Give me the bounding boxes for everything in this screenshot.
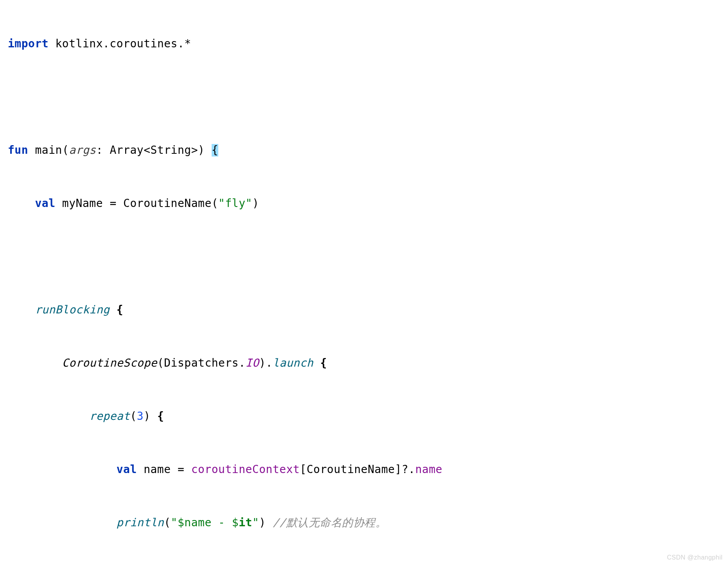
fn-repeat: repeat: [89, 410, 130, 423]
string-mid: -: [212, 516, 232, 529]
paren: (: [130, 410, 137, 423]
code-line[interactable]: CoroutineScope(Dispatchers.IO).launch {: [8, 350, 724, 376]
paren: ): [259, 516, 266, 529]
dispatcher-io: IO: [246, 356, 259, 369]
indent: [8, 356, 62, 369]
fn-println: println: [117, 516, 164, 529]
code-editor-content[interactable]: import kotlinx.coroutines.* fun main(arg…: [8, 4, 724, 565]
args: ).: [259, 356, 273, 369]
string-quote: ": [252, 516, 259, 529]
string-quote: ": [171, 516, 178, 529]
code-line[interactable]: println("$name - $it") //默认无命名的协程。: [8, 509, 724, 536]
comment: //默认无命名的协程。: [273, 516, 386, 529]
paren: ): [144, 410, 150, 423]
code-line[interactable]: repeat(3) {: [8, 403, 724, 430]
bracket: [: [300, 463, 306, 476]
string-it: it: [239, 516, 252, 529]
prop-name: name: [415, 463, 442, 476]
string-dollar: $: [232, 516, 239, 529]
code-line-blank[interactable]: [8, 243, 724, 270]
code-line[interactable]: val myName = CoroutineName("fly"): [8, 190, 724, 217]
space: [266, 516, 273, 529]
space: [205, 144, 211, 157]
keyword-fun: fun: [8, 144, 28, 157]
function-name: main: [28, 144, 62, 157]
paren: (: [62, 144, 69, 157]
indent: [8, 410, 89, 423]
indent: [8, 463, 117, 476]
prop-coroutinecontext: coroutineContext: [191, 463, 300, 476]
code-line[interactable]: val name = coroutineContext[CoroutineNam…: [8, 456, 724, 483]
string-template: $name: [178, 516, 212, 529]
paren: (: [164, 516, 171, 529]
code-line[interactable]: runBlocking {: [8, 297, 724, 323]
brace-open: {: [157, 410, 164, 423]
indent: [8, 303, 35, 316]
keyword-import: import: [8, 37, 49, 50]
fn-launch: launch: [273, 356, 313, 369]
watermark-text: CSDN @zhangphil: [667, 554, 723, 561]
paren: ): [198, 144, 205, 157]
number-literal: 3: [137, 410, 144, 423]
code-line[interactable]: }: [8, 563, 724, 565]
args: (Dispatchers.: [157, 356, 246, 369]
paren: ): [252, 197, 259, 210]
type-annotation: : Array<String>: [96, 144, 198, 157]
indent: [8, 516, 117, 529]
space: [110, 303, 116, 316]
brace-open: {: [320, 356, 327, 369]
key-coroutinename: CoroutineName: [307, 463, 395, 476]
variable-decl: myName =: [56, 197, 124, 210]
code-line[interactable]: import kotlinx.coroutines.*: [8, 31, 724, 57]
space: [313, 356, 320, 369]
keyword-val: val: [117, 463, 137, 476]
variable-decl: name =: [137, 463, 191, 476]
package-path: kotlinx.coroutines.*: [49, 37, 191, 50]
code-line-blank[interactable]: [8, 84, 724, 110]
keyword-val: val: [35, 197, 55, 210]
paren: (: [212, 197, 218, 210]
indent: [8, 197, 35, 210]
bracket: ]?.: [395, 463, 415, 476]
param-args: args: [69, 144, 96, 157]
brace-open-highlighted: {: [212, 144, 218, 157]
class-coroutinename: CoroutineName: [123, 197, 212, 210]
brace-open: {: [117, 303, 123, 316]
string-literal: "fly": [218, 197, 252, 210]
fn-runblocking: runBlocking: [35, 303, 110, 316]
space: [151, 410, 157, 423]
class-coroutinescope: CoroutineScope: [62, 356, 157, 369]
code-line[interactable]: fun main(args: Array<String>) {: [8, 137, 724, 164]
